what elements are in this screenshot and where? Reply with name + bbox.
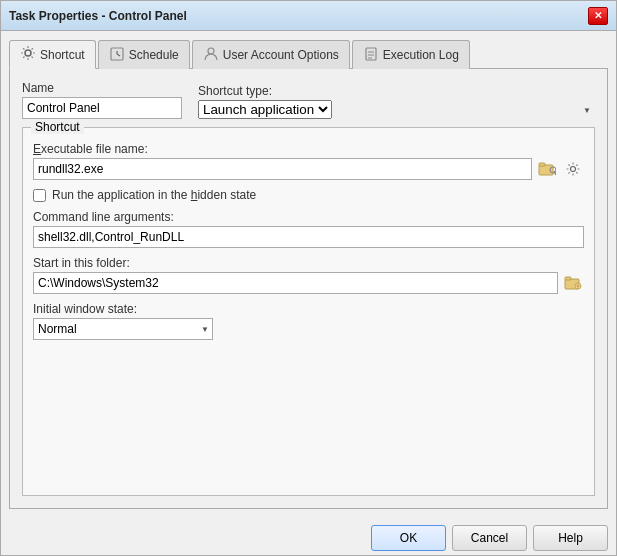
shortcut-tab-icon [20,45,36,64]
ok-button[interactable]: OK [371,525,446,551]
title-bar: Task Properties - Control Panel ✕ [1,1,616,31]
settings-icon[interactable] [562,158,584,180]
browse-icon[interactable] [536,158,558,180]
executable-label: Executable file name: [33,142,584,156]
hidden-state-checkbox[interactable] [33,189,46,202]
tab-shortcut-label: Shortcut [40,48,85,62]
shortcut-type-label: Shortcut type: [198,84,595,98]
shortcut-type-select[interactable]: Launch application [198,100,332,119]
tab-bar: Shortcut Schedule [9,39,608,69]
main-window: Task Properties - Control Panel ✕ Shortc… [0,0,617,556]
shortcut-group: Shortcut Executable file name: [22,127,595,496]
window-state-label: Initial window state: [33,302,584,316]
tab-user-account[interactable]: User Account Options [192,40,350,69]
folder-browse-icon[interactable] [562,272,584,294]
name-label: Name [22,81,182,95]
bottom-button-bar: OK Cancel Help [1,517,616,555]
tab-shortcut[interactable]: Shortcut [9,40,96,69]
content-area: Shortcut Schedule [1,31,616,517]
executable-underline: E [33,142,41,156]
hidden-state-row: Run the application in the hidden state [33,188,584,202]
shortcut-type-select-wrapper: Launch application [198,100,595,119]
window-state-select-wrapper: Normal Minimized Maximized [33,318,213,340]
cancel-button[interactable]: Cancel [452,525,527,551]
close-button[interactable]: ✕ [588,7,608,25]
tab-execution-log-label: Execution Log [383,48,459,62]
start-folder-label: Start in this folder: [33,256,584,270]
executable-input[interactable] [33,158,532,180]
cmd-args-field-row: Command line arguments: [33,210,584,248]
hidden-state-label[interactable]: Run the application in the hidden state [52,188,256,202]
cmd-args-label: Command line arguments: [33,210,584,224]
name-field-group: Name [22,81,182,119]
tab-execution-log[interactable]: Execution Log [352,40,470,69]
start-folder-input[interactable] [33,272,558,294]
svg-rect-10 [539,163,545,166]
svg-line-3 [117,54,120,56]
shortcut-group-label: Shortcut [31,120,84,134]
window-controls: ✕ [588,7,608,25]
window-state-field-row: Initial window state: Normal Minimized M… [33,302,584,340]
start-folder-input-row [33,272,584,294]
tab-schedule[interactable]: Schedule [98,40,190,69]
log-tab-icon [363,46,379,65]
close-icon: ✕ [594,10,602,21]
executable-input-row [33,158,584,180]
start-folder-field-row: Start in this folder: [33,256,584,294]
cmd-args-input[interactable] [33,226,584,248]
tab-schedule-label: Schedule [129,48,179,62]
shortcut-panel: Name Shortcut type: Launch application S… [9,69,608,509]
tab-user-account-label: User Account Options [223,48,339,62]
svg-point-4 [208,48,214,54]
window-state-select[interactable]: Normal Minimized Maximized [33,318,213,340]
name-input[interactable] [22,97,182,119]
name-shortcut-row: Name Shortcut type: Launch application [22,81,595,119]
shortcut-type-group: Shortcut type: Launch application [198,84,595,119]
svg-rect-15 [565,277,571,280]
executable-field-row: Executable file name: [33,142,584,180]
user-tab-icon [203,46,219,65]
window-title: Task Properties - Control Panel [9,9,187,23]
schedule-tab-icon [109,46,125,65]
svg-point-0 [25,50,31,56]
help-button[interactable]: Help [533,525,608,551]
svg-point-13 [571,167,576,172]
